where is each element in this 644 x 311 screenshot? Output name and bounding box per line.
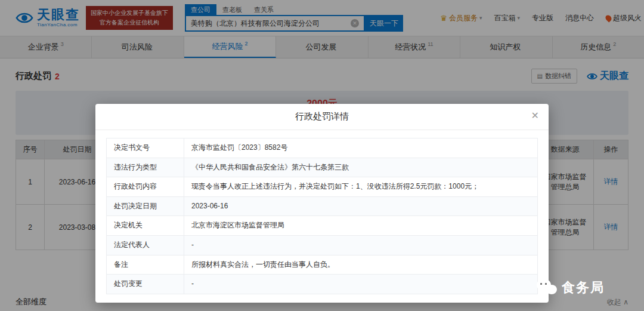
detail-label: 处罚变更	[107, 275, 184, 294]
wechat-icon	[537, 279, 557, 297]
detail-value: 现责令当事人改正上述违法行为，并决定处罚如下：1、没收违法所得2.5元罚款：10…	[184, 177, 538, 197]
detail-row: 违法行为类型 《中华人民共和国食品安全法》第六十七条第三款	[107, 158, 538, 177]
modal-title: 行政处罚详情	[295, 111, 349, 122]
detail-row: 处罚决定日期 2023-06-16	[107, 196, 538, 216]
detail-row: 决定书文号 京海市监处罚〔2023〕8582号	[107, 138, 538, 158]
detail-label: 行政处罚内容	[107, 177, 184, 197]
detail-row: 行政处罚内容 现责令当事人改正上述违法行为，并决定处罚如下：1、没收违法所得2.…	[107, 177, 538, 197]
watermark: 食务局	[537, 279, 605, 297]
penalty-detail-table: 决定书文号 京海市监处罚〔2023〕8582号 违法行为类型 《中华人民共和国食…	[106, 138, 538, 294]
detail-label: 决定机关	[107, 216, 184, 236]
detail-label: 处罚决定日期	[107, 196, 184, 216]
detail-label: 决定书文号	[107, 138, 184, 158]
detail-value: 《中华人民共和国食品安全法》第六十七条第三款	[184, 158, 538, 177]
close-icon[interactable]: ✕	[531, 111, 539, 121]
detail-row: 处罚变更 -	[107, 275, 538, 294]
detail-label: 违法行为类型	[107, 158, 184, 177]
detail-value: 2023-06-16	[184, 196, 538, 216]
watermark-text: 食务局	[562, 279, 605, 297]
detail-value: -	[184, 275, 538, 294]
detail-value: 所报材料真实合法，一切责任由当事人自负。	[184, 255, 538, 275]
detail-label: 法定代表人	[107, 235, 184, 255]
detail-row: 法定代表人 -	[107, 235, 538, 255]
penalty-detail-modal: 行政处罚详情 ✕ 决定书文号 京海市监处罚〔2023〕8582号 违法行为类型 …	[95, 104, 549, 303]
detail-label: 备注	[107, 255, 184, 275]
detail-value: 北京市海淀区市场监督管理局	[184, 216, 538, 236]
detail-value: 京海市监处罚〔2023〕8582号	[184, 138, 538, 158]
detail-row: 决定机关 北京市海淀区市场监督管理局	[107, 216, 538, 236]
detail-row: 备注 所报材料真实合法，一切责任由当事人自负。	[107, 255, 538, 275]
detail-value: -	[184, 235, 538, 255]
